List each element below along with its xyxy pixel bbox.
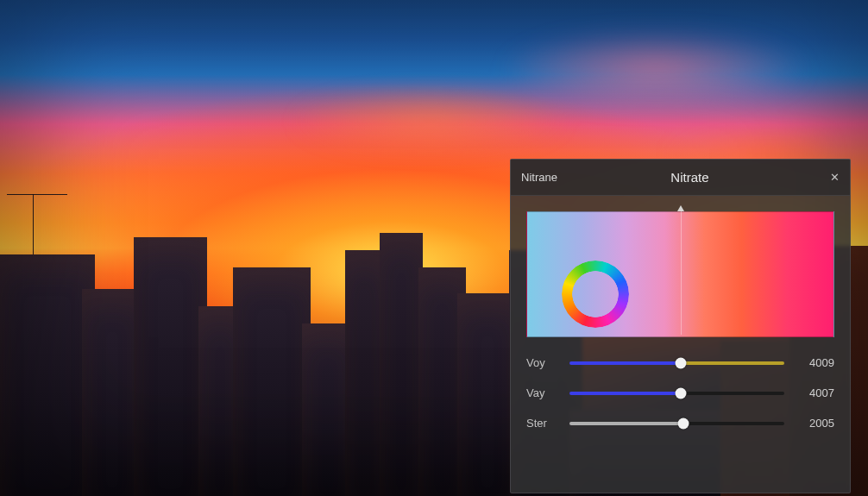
- slider-label: Voy: [526, 356, 557, 369]
- building: [380, 233, 423, 496]
- slider-track[interactable]: [569, 418, 784, 430]
- building: [0, 254, 95, 496]
- slider-row: Voy4009: [526, 356, 834, 369]
- slider-thumb[interactable]: [676, 357, 687, 368]
- slider-thumb[interactable]: [677, 418, 689, 429]
- panel-header: Nitrane Nitrate ✕: [511, 160, 850, 196]
- hue-ring-icon: [562, 261, 629, 328]
- color-adjust-panel: Nitrane Nitrate ✕ Voy4009Vay4007Ster2005: [510, 159, 851, 493]
- slider-value: 4007: [796, 386, 834, 399]
- slider-track[interactable]: [569, 387, 784, 399]
- color-gradient-picker[interactable]: [526, 211, 834, 337]
- panel-body: [511, 196, 850, 341]
- building: [345, 250, 384, 496]
- building: [233, 267, 311, 496]
- panel-tab[interactable]: Nitrane: [521, 171, 557, 184]
- slider-label: Vay: [526, 386, 557, 399]
- slider-row: Ster2005: [526, 417, 834, 430]
- sliders-group: Voy4009Vay4007Ster2005: [511, 341, 850, 440]
- close-icon[interactable]: ✕: [822, 171, 840, 184]
- pointer-arrow-icon: [677, 205, 684, 211]
- slider-track[interactable]: [569, 357, 784, 369]
- slider-thumb[interactable]: [676, 387, 687, 399]
- slider-value: 2005: [796, 417, 834, 430]
- pointer-vertical-line: [681, 210, 682, 335]
- panel-title: Nitrate: [557, 170, 822, 185]
- building: [134, 237, 207, 496]
- slider-value: 4009: [796, 356, 834, 369]
- slider-label: Ster: [526, 417, 557, 430]
- slider-row: Vay4007: [526, 386, 834, 399]
